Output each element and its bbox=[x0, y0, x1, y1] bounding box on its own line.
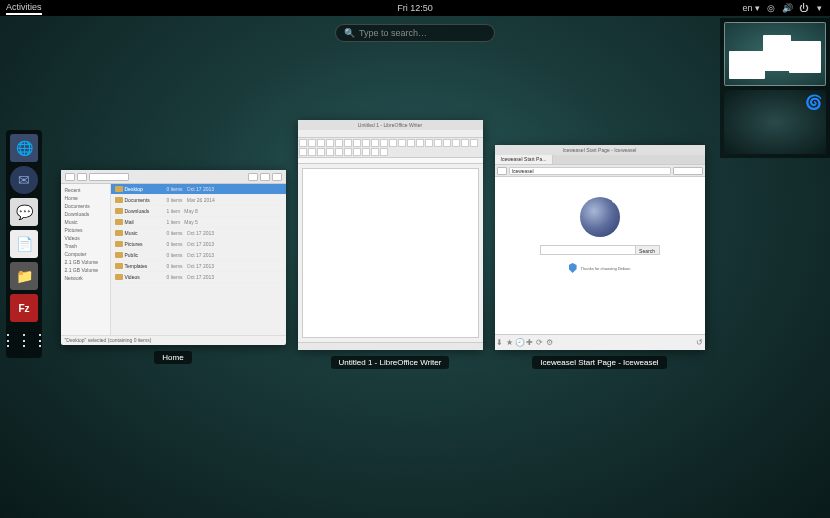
toolbar-button[interactable] bbox=[380, 148, 388, 156]
toolbar-button[interactable] bbox=[389, 139, 397, 147]
bookmarks-icon[interactable]: ★ bbox=[505, 338, 515, 348]
sidebar-item[interactable]: Videos bbox=[63, 234, 108, 242]
file-row[interactable]: Mail1 item May 5 bbox=[111, 217, 286, 228]
file-row[interactable]: Videos0 items Oct 17 2013 bbox=[111, 272, 286, 283]
accessibility-icon[interactable]: ◎ bbox=[766, 3, 776, 13]
sidebar-item[interactable]: Home bbox=[63, 194, 108, 202]
toolbar-button[interactable] bbox=[443, 139, 451, 147]
file-name: Desktop bbox=[125, 186, 165, 192]
sidebar-item[interactable]: Network bbox=[63, 274, 108, 282]
sidebar-item[interactable]: Pictures bbox=[63, 226, 108, 234]
toolbar-button[interactable] bbox=[371, 139, 379, 147]
file-meta: 0 items Oct 17 2013 bbox=[167, 241, 282, 247]
settings-icon[interactable]: ⚙ bbox=[545, 338, 555, 348]
toolbar-button[interactable] bbox=[434, 139, 442, 147]
file-row[interactable]: Documents0 items Mar 26 2014 bbox=[111, 195, 286, 206]
start-search-button[interactable]: Search bbox=[635, 246, 659, 254]
file-row[interactable]: Music0 items Oct 17 2013 bbox=[111, 228, 286, 239]
addons-icon[interactable]: ✚ bbox=[525, 338, 535, 348]
toolbar-button[interactable] bbox=[380, 139, 388, 147]
user-menu-icon[interactable]: ▾ bbox=[814, 3, 824, 13]
toolbar-button[interactable] bbox=[308, 148, 316, 156]
toolbar-button[interactable] bbox=[470, 139, 478, 147]
toolbar-button[interactable] bbox=[299, 148, 307, 156]
dock-iceweasel[interactable]: 🌐 bbox=[10, 134, 38, 162]
volume-icon[interactable]: 🔊 bbox=[782, 3, 792, 13]
browser-tab[interactable]: Iceweasel Start Pa... bbox=[495, 155, 554, 164]
toolbar-button[interactable] bbox=[452, 139, 460, 147]
start-search-input[interactable] bbox=[541, 246, 635, 254]
power-icon[interactable]: ⏻ bbox=[798, 3, 808, 13]
toolbar-button[interactable] bbox=[353, 139, 361, 147]
path-bar[interactable] bbox=[89, 173, 129, 181]
view-list-button[interactable] bbox=[260, 173, 270, 181]
toolbar-button[interactable] bbox=[344, 139, 352, 147]
toolbar-button[interactable] bbox=[308, 139, 316, 147]
workspace-2[interactable]: 🌀 bbox=[724, 90, 826, 154]
search-input[interactable]: 🔍 Type to search… bbox=[335, 24, 495, 42]
toolbar-button[interactable] bbox=[326, 139, 334, 147]
clock[interactable]: Fri 12:50 bbox=[397, 3, 433, 13]
file-name: Templates bbox=[125, 263, 165, 269]
file-row[interactable]: Public0 items Oct 17 2013 bbox=[111, 250, 286, 261]
dock-empathy[interactable]: 💬 bbox=[10, 198, 38, 226]
file-row[interactable]: Templates0 items Oct 17 2013 bbox=[111, 261, 286, 272]
toolbar-button[interactable] bbox=[371, 148, 379, 156]
sidebar-item[interactable]: Documents bbox=[63, 202, 108, 210]
keyboard-layout-indicator[interactable]: en ▾ bbox=[742, 3, 760, 13]
sidebar-item[interactable]: 2.1 GB Volume bbox=[63, 258, 108, 266]
search-provider[interactable] bbox=[673, 167, 703, 175]
dock-filezilla[interactable]: Fz bbox=[10, 294, 38, 322]
toolbar-button[interactable] bbox=[326, 148, 334, 156]
toolbar-button[interactable] bbox=[299, 139, 307, 147]
toolbar-button[interactable] bbox=[461, 139, 469, 147]
toolbar-button[interactable] bbox=[362, 139, 370, 147]
toolbar-button[interactable] bbox=[398, 139, 406, 147]
dock-libreoffice-writer[interactable]: 📄 bbox=[10, 230, 38, 258]
file-row[interactable]: Pictures0 items Oct 17 2013 bbox=[111, 239, 286, 250]
toolbar-button[interactable] bbox=[353, 148, 361, 156]
toolbar-button[interactable] bbox=[407, 139, 415, 147]
back-button[interactable] bbox=[65, 173, 75, 181]
sidebar-item[interactable]: 2.1 GB Volume bbox=[63, 266, 108, 274]
window-preview-files[interactable]: RecentHomeDocumentsDownloadsMusicPicture… bbox=[61, 170, 286, 369]
sidebar-item[interactable]: Computer bbox=[63, 250, 108, 258]
workspace-1[interactable] bbox=[724, 22, 826, 86]
toolbar-button[interactable] bbox=[317, 139, 325, 147]
menu-button[interactable] bbox=[272, 173, 282, 181]
sync-icon[interactable]: ⟳ bbox=[535, 338, 545, 348]
toolbar-button[interactable] bbox=[335, 139, 343, 147]
toolbar-button[interactable] bbox=[362, 148, 370, 156]
writer-document[interactable] bbox=[302, 168, 479, 338]
forward-button[interactable] bbox=[77, 173, 87, 181]
file-row[interactable]: Desktop0 items Oct 17 2013 bbox=[111, 184, 286, 195]
dock-evolution[interactable]: ✉ bbox=[10, 166, 38, 194]
file-meta: 0 items Oct 17 2013 bbox=[167, 274, 282, 280]
writer-toolbar[interactable] bbox=[298, 138, 483, 158]
toolbar-button[interactable] bbox=[344, 148, 352, 156]
writer-menubar[interactable] bbox=[298, 130, 483, 138]
writer-window: Untitled 1 - LibreOffice Writer bbox=[298, 120, 483, 350]
sidebar-item[interactable]: Recent bbox=[63, 186, 108, 194]
window-preview-writer[interactable]: Untitled 1 - LibreOffice Writer Untitled… bbox=[298, 170, 483, 369]
toolbar-button[interactable] bbox=[425, 139, 433, 147]
file-meta: 1 item May 8 bbox=[167, 208, 282, 214]
toolbar-button[interactable] bbox=[335, 148, 343, 156]
sidebar-item[interactable]: Music bbox=[63, 218, 108, 226]
sidebar-item[interactable]: Downloads bbox=[63, 210, 108, 218]
dock-show-apps[interactable]: ⋮⋮⋮ bbox=[10, 326, 38, 354]
dock-files[interactable]: 📁 bbox=[10, 262, 38, 290]
downloads-icon[interactable]: ⬇ bbox=[495, 338, 505, 348]
search-placeholder: Type to search… bbox=[359, 28, 427, 38]
toolbar-button[interactable] bbox=[317, 148, 325, 156]
activities-button[interactable]: Activities bbox=[6, 2, 42, 15]
file-row[interactable]: Downloads1 item May 8 bbox=[111, 206, 286, 217]
restore-session-icon[interactable]: ↺ bbox=[695, 338, 705, 348]
history-icon[interactable]: 🕘 bbox=[515, 338, 525, 348]
sidebar-item[interactable]: Trash bbox=[63, 242, 108, 250]
reload-button[interactable] bbox=[497, 167, 507, 175]
url-input[interactable]: Iceweasel bbox=[509, 167, 671, 175]
view-icon-button[interactable] bbox=[248, 173, 258, 181]
window-preview-browser[interactable]: Iceweasel Start Page - Iceweasel Iceweas… bbox=[495, 170, 705, 369]
toolbar-button[interactable] bbox=[416, 139, 424, 147]
